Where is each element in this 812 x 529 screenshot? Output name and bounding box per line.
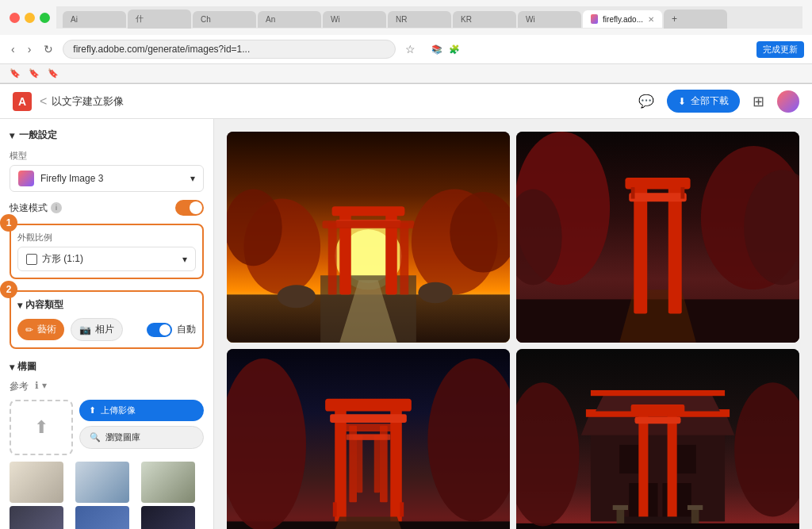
- bookmark-button[interactable]: ☆: [402, 41, 419, 57]
- download-icon: ⬇: [678, 96, 686, 107]
- svg-rect-30: [631, 187, 635, 198]
- bookmarks-bar: 🔖 🔖 🔖: [0, 64, 812, 83]
- comment-button[interactable]: 💬: [635, 90, 657, 112]
- svg-rect-48: [333, 502, 337, 516]
- quick-mode-row: 快速模式 i: [10, 200, 204, 216]
- toggle-thumb: [190, 201, 202, 214]
- reload-button[interactable]: ↻: [40, 41, 56, 57]
- aspect-ratio-dropdown[interactable]: 方形 (1:1) ▾: [17, 247, 196, 271]
- content-type-section: 2 ▾ 內容類型 ✏ 藝術 📷 相片: [10, 290, 204, 349]
- torii-image-1: [227, 132, 510, 343]
- thumb-4[interactable]: [10, 506, 63, 529]
- bm-item[interactable]: 🔖: [10, 68, 21, 79]
- app-header: A < 以文字建立影像 💬 ⬇ 全部下載 ⊞: [0, 84, 812, 119]
- browse-icon: 🔍: [90, 432, 101, 443]
- svg-rect-63: [635, 417, 681, 424]
- address-bar: ‹ › ↻ ☆ 📚 🧩 完成更新: [0, 35, 812, 64]
- svg-rect-8: [332, 206, 405, 216]
- svg-rect-10: [328, 223, 337, 295]
- image-card-4[interactable]: [516, 349, 799, 529]
- browse-label: 瀏覽圖庫: [105, 431, 140, 443]
- tab-5[interactable]: Wi: [323, 11, 386, 28]
- sidebar: ▾ 一般設定 模型 Firefly Image 3 ▾ 快速模式 i 1 外觀: [0, 119, 214, 529]
- aspect-square-icon: [26, 254, 37, 265]
- content-type-header: ▾ 內容類型: [17, 298, 196, 312]
- thumb-5[interactable]: [75, 506, 129, 529]
- upload-btn-icon: ⬆: [89, 405, 96, 416]
- svg-rect-29: [629, 193, 686, 201]
- apps-button[interactable]: ⊞: [749, 90, 768, 113]
- image-card-1[interactable]: [227, 132, 510, 343]
- comp-reference: 參考: [10, 380, 29, 393]
- art-label: 藝術: [37, 323, 56, 336]
- model-dropdown[interactable]: Firefly Image 3 ▾: [10, 165, 204, 192]
- svg-rect-39: [347, 434, 391, 439]
- auto-toggle-switch[interactable]: [147, 323, 172, 337]
- bookmark-extensions[interactable]: 🧩: [449, 44, 460, 55]
- svg-rect-62: [631, 404, 685, 414]
- tab-new[interactable]: +: [664, 10, 727, 29]
- tab-firefly[interactable]: firefly.ado... ✕: [583, 10, 662, 28]
- thumb-2[interactable]: [75, 462, 129, 503]
- model-name: Firefly Image 3: [40, 173, 103, 184]
- tab-8[interactable]: Wi: [518, 11, 581, 28]
- window-close-button[interactable]: [10, 13, 20, 23]
- photo-label: 相片: [95, 323, 114, 336]
- thumb-6[interactable]: [141, 506, 195, 529]
- bm-item-3[interactable]: 🔖: [48, 68, 59, 79]
- highlight-number-1: 1: [0, 214, 17, 232]
- browser-titlebar: Ai 什 Ch An Wi NR KR Wi firefly.ado... ✕ …: [0, 0, 812, 35]
- tab-4[interactable]: An: [258, 11, 321, 28]
- tab-2[interactable]: 什: [128, 10, 191, 29]
- window-controls: [10, 13, 50, 23]
- forward-button[interactable]: ›: [25, 41, 35, 57]
- torii-image-3: [227, 349, 510, 529]
- svg-rect-59: [619, 445, 638, 473]
- upload-area[interactable]: ⬆: [10, 400, 73, 455]
- aspect-ratio-label: 外觀比例: [17, 232, 196, 243]
- comp-label: 構圖: [17, 360, 36, 374]
- svg-point-18: [418, 282, 452, 304]
- tabs-bar: Ai 什 Ch An Wi NR KR Wi firefly.ado... ✕ …: [56, 6, 802, 29]
- tab-6[interactable]: NR: [388, 11, 451, 28]
- window-minimize-button[interactable]: [25, 13, 35, 23]
- svg-rect-34: [374, 435, 380, 493]
- browse-library-button[interactable]: 🔍 瀏覽圖庫: [79, 426, 204, 449]
- upload-btn-label: 上傳影像: [101, 404, 136, 416]
- art-button[interactable]: ✏ 藝術: [17, 319, 64, 340]
- thumb-1[interactable]: [10, 462, 63, 503]
- photo-button[interactable]: 📷 相片: [71, 318, 123, 341]
- download-button[interactable]: ⬇ 全部下載: [667, 90, 740, 113]
- url-input[interactable]: [63, 40, 396, 59]
- avatar[interactable]: [777, 90, 799, 113]
- svg-rect-43: [330, 414, 407, 423]
- photo-icon: 📷: [79, 324, 91, 335]
- quick-mode-toggle[interactable]: [175, 200, 204, 216]
- breadcrumb-back[interactable]: <: [40, 94, 47, 109]
- bm-item-2[interactable]: 🔖: [29, 68, 40, 79]
- update-button[interactable]: 完成更新: [756, 41, 804, 58]
- tab-7[interactable]: KR: [453, 11, 516, 28]
- torii-image-2: [516, 132, 799, 343]
- quick-mode-info[interactable]: i: [51, 202, 62, 213]
- torii-image-4: [516, 349, 799, 529]
- upload-icon: ⬆: [34, 417, 48, 438]
- general-section-header[interactable]: ▾ 一般設定: [10, 128, 204, 142]
- image-card-3[interactable]: [227, 349, 510, 529]
- image-card-2[interactable]: [516, 132, 799, 343]
- breadcrumb-title: 以文字建立影像: [52, 94, 124, 109]
- thumb-3[interactable]: [141, 462, 195, 503]
- comp-expand-icon[interactable]: ▾: [42, 380, 47, 391]
- model-dropdown-chevron: ▾: [190, 173, 195, 184]
- reference-label: 參考: [10, 380, 29, 393]
- download-label: 全部下載: [691, 94, 729, 108]
- window-maximize-button[interactable]: [40, 13, 50, 23]
- bookmark-1[interactable]: 📚: [431, 44, 442, 55]
- upload-image-button[interactable]: ⬆ 上傳影像: [79, 400, 204, 421]
- thumbnail-grid: [10, 462, 204, 529]
- back-button[interactable]: ‹: [8, 41, 18, 57]
- tab-3[interactable]: Ch: [193, 11, 256, 28]
- tab-al[interactable]: Ai: [63, 11, 126, 28]
- comp-info-icon[interactable]: ℹ: [35, 380, 39, 391]
- aspect-chevron: ▾: [182, 254, 187, 265]
